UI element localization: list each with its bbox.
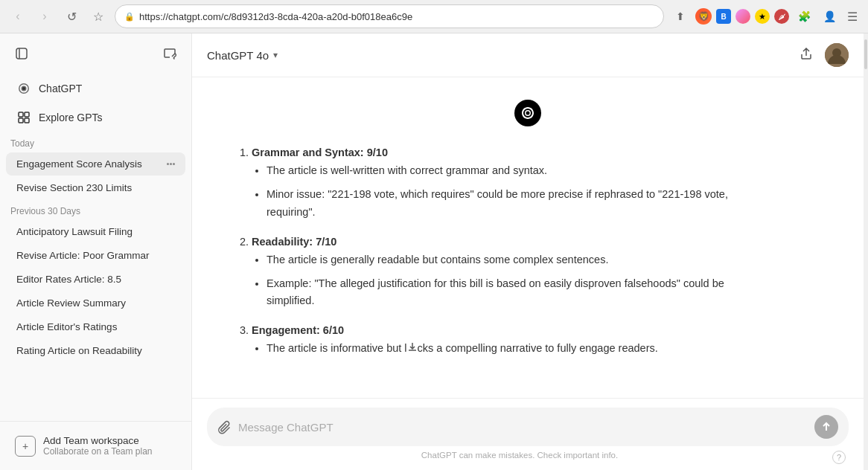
section-today: Today <box>0 132 191 152</box>
chat-item-revise-article[interactable]: Revise Article: Poor Grammar <box>6 244 185 267</box>
message-content: Grammar and Syntax: 9/10 The article is … <box>237 144 758 370</box>
back-button[interactable]: ‹ <box>7 6 28 27</box>
toggle-sidebar-button[interactable] <box>10 42 33 65</box>
chat-item-revise230[interactable]: Revise Section 230 Limits <box>6 176 185 199</box>
right-scrollbar <box>864 33 868 470</box>
account-button[interactable]: 👤 <box>819 6 840 27</box>
more-options-icon[interactable] <box>167 163 175 165</box>
chat-item-text: Editor Rates Article: 8.5 <box>16 274 175 285</box>
user-avatar <box>825 43 849 67</box>
input-footer: ChatGPT can make mistakes. Check importa… <box>207 446 849 463</box>
sidebar-header <box>0 33 191 74</box>
help-button[interactable]: ? <box>832 451 846 464</box>
list-item-readability: Readability: 7/10 The article is general… <box>252 234 758 311</box>
main-content: ChatGPT 4o ▾ <box>192 33 864 470</box>
header-actions <box>795 42 849 68</box>
add-team-title: Add Team workspace <box>43 435 153 446</box>
add-team-button[interactable]: + Add Team workspace Collaborate on a Te… <box>10 429 181 463</box>
attach-button[interactable] <box>217 419 232 434</box>
chat-title-text: ChatGPT 4o <box>207 49 269 62</box>
add-team-sub: Collaborate on a Team plan <box>43 446 153 457</box>
svg-point-2 <box>22 87 25 90</box>
app-container: ChatGPT Explore GPTs Today Engagement Sc… <box>0 33 868 470</box>
svg-rect-4 <box>25 112 29 117</box>
address-bar[interactable]: 🔒 https://chatgpt.com/c/8d9312d3-8cda-42… <box>115 4 664 28</box>
bullet-4: Example: "The alleged justification for … <box>267 275 758 311</box>
section-previous30: Previous 30 Days <box>0 200 191 219</box>
ext-icon-4: 🌶 <box>774 9 789 24</box>
browser-chrome: ‹ › ↺ ☆ 🔒 https://chatgpt.com/c/8d9312d3… <box>0 0 868 33</box>
scroll-thumb[interactable] <box>864 39 867 69</box>
svg-rect-6 <box>25 118 29 123</box>
readability-bullets: The article is generally readable but co… <box>252 251 758 311</box>
chat-header: ChatGPT 4o ▾ <box>192 33 864 77</box>
chat-item-text: Rating Article on Readability <box>16 345 175 356</box>
sidebar-content: ChatGPT Explore GPTs Today Engagement Sc… <box>0 74 191 421</box>
chatgpt-nav-icon <box>16 81 31 96</box>
svg-rect-0 <box>16 48 27 59</box>
ext-blue-icon: B <box>716 9 731 24</box>
assistant-message: Grammar and Syntax: 9/10 The article is … <box>192 141 864 373</box>
compose-button[interactable] <box>159 42 181 65</box>
download-arrow-icon <box>407 341 418 352</box>
sidebar-footer: + Add Team workspace Collaborate on a Te… <box>0 421 191 470</box>
chat-title[interactable]: ChatGPT 4o ▾ <box>207 49 278 62</box>
bullet-2: Minor issue: "221-198 vote, which requir… <box>267 186 758 222</box>
sidebar-top-icons <box>10 42 33 65</box>
menu-button[interactable]: ☰ <box>844 7 861 27</box>
sidebar-item-chatgpt[interactable]: ChatGPT <box>6 74 185 103</box>
input-container <box>207 408 849 446</box>
share-button[interactable]: ⬆ <box>670 6 691 27</box>
chat-item-editor-ratings[interactable]: Article Editor's Ratings <box>6 315 185 338</box>
chat-item-text: Revise Section 230 Limits <box>16 182 175 193</box>
review-list: Grammar and Syntax: 9/10 The article is … <box>237 144 758 358</box>
reload-button[interactable]: ↺ <box>61 6 82 27</box>
grammar-bullets: The article is well-written with correct… <box>252 162 758 222</box>
chevron-down-icon: ▾ <box>273 50 278 60</box>
bullet-5: The article is informative but lcks a co… <box>267 340 758 358</box>
footer-text: ChatGPT can make mistakes. Check importa… <box>421 451 618 460</box>
extensions-button[interactable]: 🧩 <box>794 6 814 27</box>
chat-item-lawsuit[interactable]: Anticipatory Lawsuit Filing <box>6 220 185 243</box>
grammar-heading: Grammar and Syntax: 9/10 <box>252 147 388 158</box>
gpt-header-icon <box>192 92 864 141</box>
chat-item-text: Anticipatory Lawsuit Filing <box>16 226 175 237</box>
bookmark-button[interactable]: ☆ <box>88 6 109 27</box>
url-text: https://chatgpt.com/c/8d9312d3-8cda-420a… <box>139 11 654 22</box>
chat-item-text: Article Review Summary <box>16 297 175 309</box>
readability-heading: Readability: 7/10 <box>252 236 336 248</box>
list-item-grammar: Grammar and Syntax: 9/10 The article is … <box>252 144 758 222</box>
engagement-bullets: The article is informative but lcks a co… <box>252 340 758 358</box>
chat-item-text: Article Editor's Ratings <box>16 321 175 332</box>
chat-messages: Grammar and Syntax: 9/10 The article is … <box>192 77 864 398</box>
sidebar: ChatGPT Explore GPTs Today Engagement Sc… <box>0 33 192 470</box>
bullet-3: The article is generally readable but co… <box>267 251 758 269</box>
chat-item-text: Revise Article: Poor Grammar <box>16 250 175 261</box>
gpt-logo <box>514 100 541 126</box>
share-chat-button[interactable] <box>795 42 817 68</box>
add-team-icon: + <box>15 436 36 457</box>
sidebar-item-explore[interactable]: Explore GPTs <box>6 103 185 132</box>
svg-rect-3 <box>19 112 23 117</box>
chat-item-article-review[interactable]: Article Review Summary <box>6 292 185 315</box>
explore-label: Explore GPTs <box>39 112 103 123</box>
explore-icon <box>16 110 31 125</box>
browser-actions: ⬆ 🦁 B ★ 🌶 🧩 👤 ☰ <box>670 6 861 27</box>
svg-rect-5 <box>19 118 23 123</box>
send-button[interactable] <box>814 415 838 439</box>
chat-item-engagement[interactable]: Engagement Score Analysis <box>6 152 185 176</box>
browser-toolbar: ‹ › ↺ ☆ 🔒 https://chatgpt.com/c/8d9312d3… <box>0 0 868 33</box>
message-input[interactable] <box>238 421 808 434</box>
ext-grad-icon <box>735 9 750 24</box>
lock-icon: 🔒 <box>124 12 135 22</box>
brave-icon: 🦁 <box>695 8 712 25</box>
chat-item-text: Engagement Score Analysis <box>16 158 167 170</box>
chat-item-rating-article[interactable]: Rating Article on Readability <box>6 339 185 362</box>
add-team-text: Add Team workspace Collaborate on a Team… <box>43 435 153 457</box>
engagement-heading: Engagement: 6/10 <box>252 324 344 336</box>
forward-button[interactable]: › <box>34 6 55 27</box>
chat-item-editor-rates[interactable]: Editor Rates Article: 8.5 <box>6 268 185 291</box>
list-item-engagement: Engagement: 6/10 The article is informat… <box>252 322 758 358</box>
ext-yellow-icon: ★ <box>755 9 770 24</box>
chatgpt-nav-label: ChatGPT <box>39 83 82 94</box>
